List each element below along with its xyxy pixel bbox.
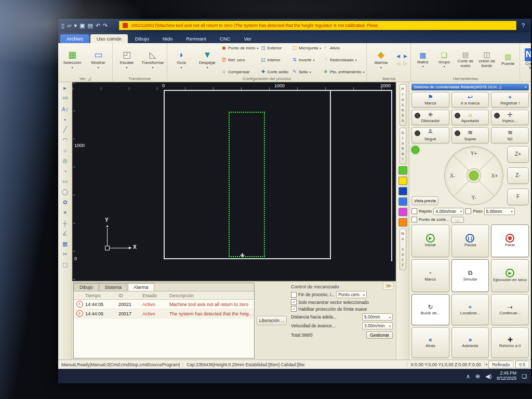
ribbon-small-item[interactable]: ◱Interior (261, 57, 290, 62)
alarma-button[interactable]: ◆ Alarma ▾ (368, 44, 393, 75)
punto-corte-checkbox[interactable] (411, 217, 417, 222)
ribbon-small-item[interactable]: ▢Microjunta▾ (292, 45, 321, 50)
ellipse-tool-icon[interactable]: ◯ (60, 187, 70, 197)
network-icon[interactable]: ⊕ (475, 373, 480, 380)
tool-ribbon-button[interactable]: ❏ Grupo ▾ (434, 44, 454, 75)
chamfer-tool-icon[interactable]: ∠ (60, 229, 70, 238)
tool-ribbon-button[interactable]: ▥ Puente (498, 44, 518, 75)
jog-wheel[interactable]: Y+ Y- X- X+ (444, 146, 503, 205)
coordinate-system-bar[interactable]: Sistema de coordenadas flotante(W376.10,… (411, 84, 529, 90)
gestionar-button[interactable]: Gestionar (366, 331, 393, 339)
escalar-button[interactable]: ◰ Escalar ▾ (114, 44, 139, 75)
rectangle-tool-icon[interactable]: ▭ (60, 177, 70, 187)
select-tool-icon[interactable]: ▸ (60, 83, 70, 93)
dialog-launcher-icon[interactable]: ◿ (88, 76, 91, 81)
pie-tool-icon[interactable]: ◔ (60, 166, 70, 176)
liberacion-button[interactable]: Liberación ... (257, 316, 287, 325)
circle-tool-icon[interactable]: ○ (60, 145, 70, 155)
alarm-banner[interactable]: 20021|20017|Machine tool axis not all re… (119, 21, 516, 30)
retorno-cero-button[interactable]: ✚Retorno a 0 (491, 327, 529, 358)
menu-tab[interactable]: Uso común (90, 34, 128, 43)
line-tool-icon[interactable]: ╱ (60, 125, 70, 135)
seleccion-button[interactable]: ▦ Selección ▾ (60, 44, 85, 75)
ribbon-small-item[interactable]: ✎Sello▾ (292, 69, 321, 74)
solo-vector-checkbox[interactable]: ✓ (291, 299, 297, 305)
star-tool-icon[interactable]: ✶ (60, 208, 70, 218)
otro-ribbon-button[interactable]: NC Código NC (522, 44, 531, 75)
alarm-nav-icon[interactable]: ▶ (402, 52, 409, 60)
notification-icon[interactable]: ❏ (522, 373, 527, 380)
ribbon-small-item[interactable]: ⓅRef. cero (221, 57, 259, 63)
limite-suave-checkbox[interactable]: ✓ (291, 306, 297, 312)
seguir-button[interactable]: ╨Seguir (411, 127, 449, 143)
menu-tab[interactable]: Ver (237, 34, 257, 43)
layer-color-swatch[interactable] (398, 208, 407, 216)
menu-tab[interactable]: Archivo (60, 34, 89, 43)
menu-tab[interactable]: CNC (214, 34, 237, 43)
focus-button[interactable]: F (507, 189, 529, 205)
message-tab[interactable]: Alarma (128, 283, 154, 291)
ribbon-small-item[interactable]: ◝Redondeado▾ (323, 57, 365, 62)
ribbon-small-item[interactable]: ⇅Invertir▾ (292, 57, 321, 62)
new-file-icon[interactable]: ▯ (61, 23, 64, 29)
help-icon[interactable]: ? (518, 22, 528, 29)
message-tab[interactable]: Dibujo (74, 283, 99, 291)
velocidad-select[interactable]: 3.00m/min▾ (362, 322, 393, 329)
soplar-button[interactable]: ≋Soplar (451, 127, 489, 143)
localizar-button[interactable]: ⌖Localizar... (451, 294, 489, 325)
explode-tool-icon[interactable]: ✂ (60, 249, 70, 259)
message-tab[interactable]: Sistema (99, 283, 128, 291)
table-row[interactable]: ! 14:44:06 20017 Activo The system has d… (74, 309, 254, 318)
redo-icon[interactable]: ↷ (103, 23, 108, 29)
z-plus-button[interactable]: Z+ (507, 146, 529, 163)
tool-ribbon-button[interactable]: ▤ Corte de vuelo (455, 44, 475, 75)
taskbar-clock[interactable]: 2:46 PM 8/12/2025 (497, 371, 516, 381)
proceso-button[interactable]: Proceso (400, 84, 406, 126)
rapido-speed-select[interactable]: 4.00m/min▾ (433, 208, 464, 215)
expand-panel-icon[interactable]: ≫ (383, 282, 394, 290)
jog-x-plus[interactable]: X+ (491, 172, 498, 178)
jog-center-button[interactable] (467, 169, 481, 182)
atras-button[interactable]: «Atrás (411, 327, 449, 358)
rapido-checkbox[interactable] (411, 208, 417, 214)
ring-tool-icon[interactable]: ◎ (60, 156, 70, 166)
fin-proceso-checkbox[interactable] (291, 292, 297, 298)
menu-tab[interactable]: Dibujo (129, 34, 155, 43)
hidden-icons-chevron[interactable]: ∧ (466, 373, 470, 380)
inyeccion-button[interactable]: ✛Inyecc... (491, 110, 529, 125)
ir-a-marca-button[interactable]: ↩Ir a marca (451, 92, 489, 108)
z-minus-button[interactable]: Z- (507, 167, 529, 184)
n2-button[interactable]: ≋N2 (491, 127, 529, 143)
drawing-canvas[interactable]: 010002000 10000 + Y ▲ ▶ X (72, 82, 396, 281)
menu-tab[interactable]: Nido (156, 34, 179, 43)
simular-button[interactable]: ⧉Simular (451, 259, 489, 292)
arc-tool-icon[interactable]: ◠ (60, 135, 70, 145)
menu-tab[interactable]: Remnant (180, 34, 212, 43)
jog-x-minus[interactable]: X- (450, 172, 455, 178)
layer-color-swatch[interactable] (398, 187, 407, 195)
refinado-select[interactable]: Refinado (488, 361, 513, 368)
table-row[interactable]: ! 14:44:05 20021 Activo Machine tool axi… (74, 300, 254, 309)
number-label-tool-icon[interactable]: ¹²³ (60, 94, 70, 103)
ribbon-small-item[interactable]: ≡Compensar (221, 69, 259, 74)
continuar-button[interactable]: ⇢Continuar... (491, 294, 529, 325)
sort-tool-icon[interactable]: A↕ (60, 104, 70, 114)
ribbon-small-item[interactable]: ◜Alivio (323, 45, 365, 50)
guia-button[interactable]: ◗ Guía ▾ (169, 44, 194, 75)
jog-y-plus[interactable]: Y+ (471, 151, 477, 156)
marca-button[interactable]: ⚑Marca (411, 92, 449, 108)
open-file-icon[interactable]: ▱ (67, 23, 71, 29)
report-icon[interactable]: ▤ (87, 23, 92, 29)
roundrect-tool-icon[interactable]: ▢ (60, 260, 70, 270)
parar-button[interactable]: Parar (491, 224, 529, 257)
alarm-nav-icon[interactable]: ◀ (394, 52, 402, 60)
selected-part-outline[interactable] (229, 112, 265, 257)
iniciar-button[interactable]: ▶Iniciar (411, 224, 449, 257)
ejecucion-seco-button[interactable]: ▶Ejecución en seco (491, 259, 529, 292)
volume-icon[interactable]: ◀) (485, 373, 491, 380)
undo-icon[interactable]: ↶ (96, 23, 100, 29)
trim-tool-icon[interactable]: ┼ (60, 218, 70, 228)
obturador-button[interactable]: ✳Obturador (411, 110, 449, 125)
tool-ribbon-button[interactable]: ▦ Matriz ▾ (413, 44, 433, 75)
bucle-button[interactable]: ↻Bucle de... (411, 294, 449, 325)
